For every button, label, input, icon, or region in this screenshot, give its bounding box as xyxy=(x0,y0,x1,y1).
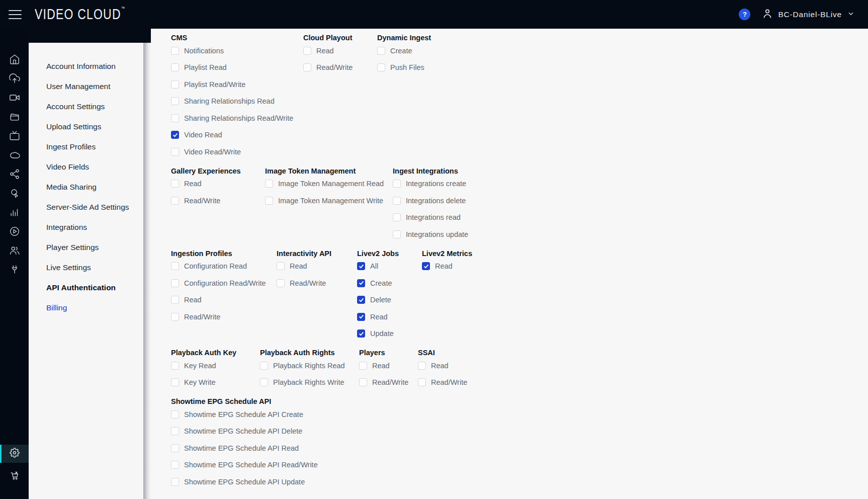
checkbox-row[interactable]: Read/Write xyxy=(277,275,357,292)
checkbox-row[interactable]: Read xyxy=(277,258,357,275)
checkbox-unchecked[interactable] xyxy=(260,362,268,370)
rail-item-tv[interactable] xyxy=(0,127,29,146)
checkbox-unchecked[interactable] xyxy=(171,114,179,122)
rail-item-players[interactable] xyxy=(0,223,29,242)
checkbox-row[interactable]: Playback Rights Read xyxy=(260,357,359,374)
checkbox-unchecked[interactable] xyxy=(393,213,401,221)
checkbox-checked[interactable] xyxy=(357,329,365,338)
checkbox-row[interactable]: Playback Rights Write xyxy=(260,374,359,391)
checkbox-row[interactable]: Showtime EPG Schedule API Delete xyxy=(171,423,318,440)
checkbox-unchecked[interactable] xyxy=(393,180,401,188)
checkbox-unchecked[interactable] xyxy=(171,97,179,105)
checkbox-unchecked[interactable] xyxy=(171,47,179,55)
sidebar-item-player-settings[interactable]: Player Settings xyxy=(29,237,143,258)
checkbox-row[interactable]: Integrations delete xyxy=(393,192,468,209)
checkbox-checked[interactable] xyxy=(171,131,179,139)
checkbox-unchecked[interactable] xyxy=(171,279,179,287)
checkbox-row[interactable]: Key Write xyxy=(171,374,260,391)
checkbox-row[interactable]: Image Token Management Write xyxy=(265,192,393,209)
checkbox-row[interactable]: Read xyxy=(359,357,418,374)
sidebar-item-user-management[interactable]: User Management xyxy=(29,76,143,97)
checkbox-row[interactable]: Key Read xyxy=(171,357,260,374)
checkbox-unchecked[interactable] xyxy=(393,197,401,205)
checkbox-row[interactable]: Delete xyxy=(357,292,422,309)
checkbox-unchecked[interactable] xyxy=(171,197,179,205)
checkbox-unchecked[interactable] xyxy=(171,461,179,469)
rail-item-integrations[interactable] xyxy=(0,261,29,280)
rail-item-share[interactable] xyxy=(0,165,29,185)
checkbox-row[interactable]: Image Token Management Read xyxy=(265,176,393,193)
checkbox-row[interactable]: Read/Write xyxy=(303,59,377,76)
checkbox-row[interactable]: Configuration Read/Write xyxy=(171,275,277,292)
rail-item-upload[interactable] xyxy=(0,70,29,89)
checkbox-unchecked[interactable] xyxy=(359,362,367,370)
rail-item-video[interactable] xyxy=(0,89,29,108)
sidebar-item-live-settings[interactable]: Live Settings xyxy=(29,258,143,278)
checkbox-row[interactable]: Showtime EPG Schedule API Read xyxy=(171,440,318,457)
checkbox-unchecked[interactable] xyxy=(171,378,179,386)
checkbox-row[interactable]: Sharing Relationships Read/Write xyxy=(171,110,303,127)
checkbox-checked[interactable] xyxy=(357,296,365,304)
rail-item-media[interactable] xyxy=(0,108,29,127)
checkbox-unchecked[interactable] xyxy=(171,262,179,270)
checkbox-unchecked[interactable] xyxy=(171,362,179,370)
checkbox-unchecked[interactable] xyxy=(265,180,273,188)
checkbox-unchecked[interactable] xyxy=(171,313,179,321)
sidebar-item-integrations[interactable]: Integrations xyxy=(29,217,143,237)
checkbox-row[interactable]: Playlist Read xyxy=(171,59,303,76)
rail-item-analytics[interactable] xyxy=(0,204,29,223)
sidebar-item-upload-settings[interactable]: Upload Settings xyxy=(29,117,143,137)
checkbox-row[interactable]: Read xyxy=(422,258,472,275)
checkbox-row[interactable]: Playlist Read/Write xyxy=(171,76,303,93)
checkbox-unchecked[interactable] xyxy=(377,47,385,55)
checkbox-row[interactable]: All xyxy=(357,258,422,275)
checkbox-row[interactable]: Video Read xyxy=(171,127,303,144)
checkbox-row[interactable]: Read xyxy=(357,308,422,325)
sidebar-item-ingest-profiles[interactable]: Ingest Profiles xyxy=(29,137,143,157)
checkbox-unchecked[interactable] xyxy=(171,296,179,304)
checkbox-row[interactable]: Read/Write xyxy=(171,192,265,209)
checkbox-checked[interactable] xyxy=(357,262,365,270)
checkbox-checked[interactable] xyxy=(357,313,365,321)
checkbox-unchecked[interactable] xyxy=(171,148,179,156)
checkbox-row[interactable]: Read xyxy=(303,42,377,59)
checkbox-row[interactable]: Read/Write xyxy=(171,308,277,325)
checkbox-unchecked[interactable] xyxy=(377,63,385,71)
checkbox-unchecked[interactable] xyxy=(265,197,273,205)
checkbox-row[interactable]: Create xyxy=(357,275,422,292)
checkbox-row[interactable]: Create xyxy=(377,42,431,59)
checkbox-row[interactable]: Configuration Read xyxy=(171,258,277,275)
checkbox-unchecked[interactable] xyxy=(393,230,401,238)
checkbox-unchecked[interactable] xyxy=(260,378,268,386)
checkbox-row[interactable]: Read xyxy=(418,357,467,374)
sidebar-item-account-settings[interactable]: Account Settings xyxy=(29,97,143,117)
checkbox-row[interactable]: Read xyxy=(171,292,277,309)
checkbox-row[interactable]: Read xyxy=(171,176,265,193)
checkbox-row[interactable]: Sharing Relationships Read xyxy=(171,93,303,110)
sidebar-item-api-authentication[interactable]: API Authentication xyxy=(29,278,143,298)
rail-item-marketplace[interactable] xyxy=(0,467,29,486)
checkbox-unchecked[interactable] xyxy=(418,378,426,386)
checkbox-unchecked[interactable] xyxy=(418,362,426,370)
checkbox-row[interactable]: Integrations read xyxy=(393,209,468,226)
checkbox-row[interactable]: Video Read/Write xyxy=(171,143,303,160)
rail-item-home[interactable] xyxy=(0,51,29,70)
checkbox-unchecked[interactable] xyxy=(171,478,179,486)
hamburger-menu-button[interactable] xyxy=(9,10,22,19)
checkbox-unchecked[interactable] xyxy=(171,180,179,188)
checkbox-unchecked[interactable] xyxy=(171,444,179,452)
checkbox-unchecked[interactable] xyxy=(171,63,179,71)
checkbox-unchecked[interactable] xyxy=(303,63,311,71)
checkbox-row[interactable]: Update xyxy=(357,325,422,343)
sidebar-item-billing[interactable]: Billing xyxy=(29,298,143,318)
checkbox-unchecked[interactable] xyxy=(171,80,179,89)
rail-item-interactivity[interactable] xyxy=(0,185,29,204)
checkbox-unchecked[interactable] xyxy=(171,427,179,435)
checkbox-unchecked[interactable] xyxy=(303,47,311,55)
checkbox-row[interactable]: Read/Write xyxy=(418,374,467,391)
checkbox-row[interactable]: Push Files xyxy=(377,59,431,76)
checkbox-row[interactable]: Notifications xyxy=(171,42,303,59)
checkbox-unchecked[interactable] xyxy=(359,378,367,386)
checkbox-unchecked[interactable] xyxy=(277,279,285,287)
rail-item-cloud[interactable] xyxy=(0,146,29,165)
